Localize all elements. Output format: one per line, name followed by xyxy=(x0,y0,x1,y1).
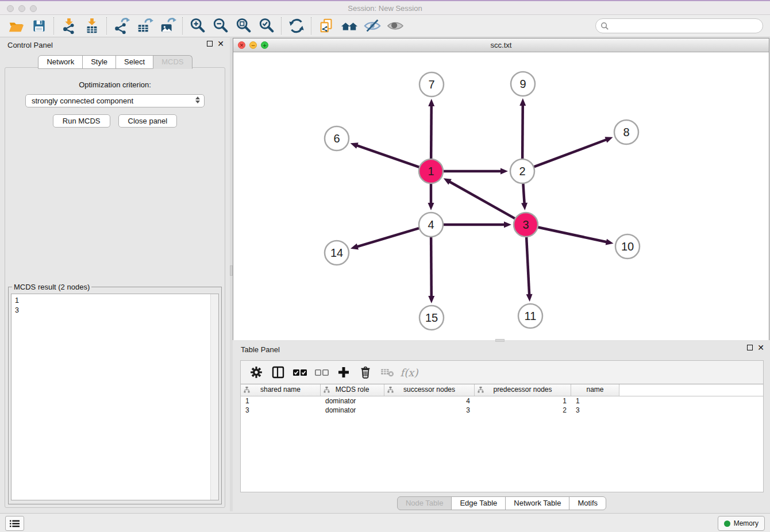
network-window: ✕ − + scc.txt 1234678910111415 xyxy=(233,38,769,340)
graph-edge-arrowhead xyxy=(504,222,511,228)
import-table-icon[interactable] xyxy=(80,17,103,35)
graph-node-label: 3 xyxy=(522,218,529,231)
tab-mcds[interactable]: MCDS xyxy=(153,55,192,69)
graph-edge-1-6[interactable] xyxy=(357,145,421,168)
graph-edge-1-7[interactable] xyxy=(431,106,432,161)
export-table-icon[interactable] xyxy=(133,17,156,35)
toolbar-separator xyxy=(311,17,312,34)
column-header-name[interactable]: name xyxy=(571,384,619,396)
graph-edge-arrowhead xyxy=(351,244,359,250)
duplicate-network-icon[interactable] xyxy=(315,17,338,35)
column-header-shared-name[interactable]: shared name xyxy=(241,384,321,396)
close-panel-button[interactable]: Close panel xyxy=(118,114,178,128)
toolbar-separator xyxy=(106,17,107,34)
cell-MCDS-role[interactable]: dominator xyxy=(321,406,384,415)
graph-node-7[interactable]: 7 xyxy=(419,72,444,97)
graph-node-10[interactable]: 10 xyxy=(615,234,640,259)
delete-row-icon[interactable] xyxy=(356,364,375,381)
graph-node-2[interactable]: 2 xyxy=(510,159,534,183)
hide-panels-icon[interactable] xyxy=(361,17,384,35)
close-panel-icon[interactable]: ✕ xyxy=(217,41,224,47)
cell-predecessor-nodes[interactable]: 1 xyxy=(475,396,571,406)
cell-shared-name[interactable]: 1 xyxy=(241,396,321,406)
cell-predecessor-nodes[interactable]: 2 xyxy=(475,406,571,415)
select-all-rows-icon[interactable] xyxy=(290,364,310,381)
save-session-icon[interactable] xyxy=(28,17,51,35)
column-header-predecessor-nodes[interactable]: predecessor nodes xyxy=(475,384,571,396)
graph-edge-2-9[interactable] xyxy=(522,105,523,161)
run-mcds-button[interactable]: Run MCDS xyxy=(53,114,110,128)
apply-function-icon[interactable]: f(x) xyxy=(399,364,419,381)
tab-network[interactable]: Network xyxy=(38,55,83,69)
show-column-panel-icon[interactable] xyxy=(268,364,288,381)
cell-name[interactable]: 1 xyxy=(571,396,619,406)
graph-edge-4-14[interactable] xyxy=(357,228,421,246)
search-input[interactable] xyxy=(613,21,758,31)
graph-node-9[interactable]: 9 xyxy=(511,72,535,96)
graph-node-6[interactable]: 6 xyxy=(325,126,349,151)
network-overview-icon[interactable] xyxy=(338,17,361,35)
graph-edge-arrowhead xyxy=(606,239,614,245)
graph-edge-arrowhead xyxy=(521,203,528,210)
export-network-icon[interactable] xyxy=(110,17,133,35)
column-header-MCDS-role[interactable]: MCDS role xyxy=(321,384,384,396)
graph-edge-3-11[interactable] xyxy=(526,235,529,295)
table-settings-icon[interactable] xyxy=(247,364,266,381)
cell-successor-nodes[interactable]: 4 xyxy=(384,396,475,406)
graph-edge-3-1[interactable] xyxy=(449,182,517,219)
table-row[interactable]: 3dominator323 xyxy=(241,406,763,415)
zoom-in-icon[interactable] xyxy=(186,17,209,35)
criterion-dropdown[interactable]: strongly connected component xyxy=(25,94,205,107)
cell-name[interactable]: 3 xyxy=(571,406,619,415)
cell-MCDS-role[interactable]: dominator xyxy=(321,396,384,406)
zoom-selected-icon[interactable] xyxy=(255,17,278,35)
table-panel: Table Panel ✕ xyxy=(233,342,770,511)
cell-successor-nodes[interactable]: 3 xyxy=(384,406,475,415)
tab-node-table[interactable]: Node Table xyxy=(397,496,452,510)
graph-edge-arrowhead xyxy=(605,137,613,142)
graph-edge-2-8[interactable] xyxy=(532,140,607,168)
mcds-result-text: 1 3 xyxy=(11,294,218,317)
column-header-successor-nodes[interactable]: successor nodes xyxy=(384,384,475,396)
zoom-fit-icon[interactable] xyxy=(232,17,255,35)
mcds-result-area[interactable]: 1 3 xyxy=(11,294,219,500)
graph-edge-3-10[interactable] xyxy=(536,227,607,242)
task-history-button[interactable] xyxy=(5,516,24,531)
tab-motifs[interactable]: Motifs xyxy=(569,496,606,510)
float-table-panel-icon[interactable] xyxy=(747,345,753,350)
zoom-out-icon[interactable] xyxy=(209,17,232,35)
table-panel-tabs: Node TableEdge TableNetwork TableMotifs xyxy=(233,496,770,510)
graph-edge-4-15[interactable] xyxy=(431,235,432,296)
close-table-panel-icon[interactable]: ✕ xyxy=(757,345,764,350)
network-window-titlebar[interactable]: ✕ − + scc.txt xyxy=(233,38,769,52)
export-image-icon[interactable] xyxy=(156,17,179,35)
graph-node-14[interactable]: 14 xyxy=(325,241,349,265)
delete-column-icon[interactable] xyxy=(378,364,397,381)
tab-select[interactable]: Select xyxy=(116,55,153,69)
application-window: Session: New Session xyxy=(0,0,770,532)
network-canvas[interactable]: 1234678910111415 xyxy=(233,52,769,340)
graph-node-3[interactable]: 3 xyxy=(514,213,538,237)
table-row[interactable]: 1dominator411 xyxy=(241,396,763,406)
tab-edge-table[interactable]: Edge Table xyxy=(451,496,506,510)
float-panel-icon[interactable] xyxy=(207,41,213,47)
deselect-all-rows-icon[interactable] xyxy=(312,364,332,381)
cell-shared-name[interactable]: 3 xyxy=(241,406,321,415)
graph-node-4[interactable]: 4 xyxy=(419,213,443,237)
graph-edge-arrowhead xyxy=(500,168,508,175)
graph-node-8[interactable]: 8 xyxy=(614,120,638,144)
refresh-view-icon[interactable] xyxy=(285,17,308,35)
optimization-criterion-label: Optimization criterion: xyxy=(5,80,225,89)
graph-edge-2-3[interactable] xyxy=(523,182,524,203)
tab-network-table[interactable]: Network Table xyxy=(505,496,569,510)
import-network-icon[interactable] xyxy=(57,17,80,35)
graph-node-11[interactable]: 11 xyxy=(518,304,542,328)
result-scrollbar[interactable] xyxy=(210,294,218,500)
add-column-icon[interactable] xyxy=(334,364,353,381)
graph-node-15[interactable]: 15 xyxy=(419,306,444,330)
graph-node-1[interactable]: 1 xyxy=(419,159,443,183)
show-graphics-details-icon[interactable] xyxy=(384,17,407,35)
tab-style[interactable]: Style xyxy=(82,55,116,69)
memory-button[interactable]: Memory xyxy=(718,516,765,531)
open-session-icon[interactable] xyxy=(5,17,28,35)
